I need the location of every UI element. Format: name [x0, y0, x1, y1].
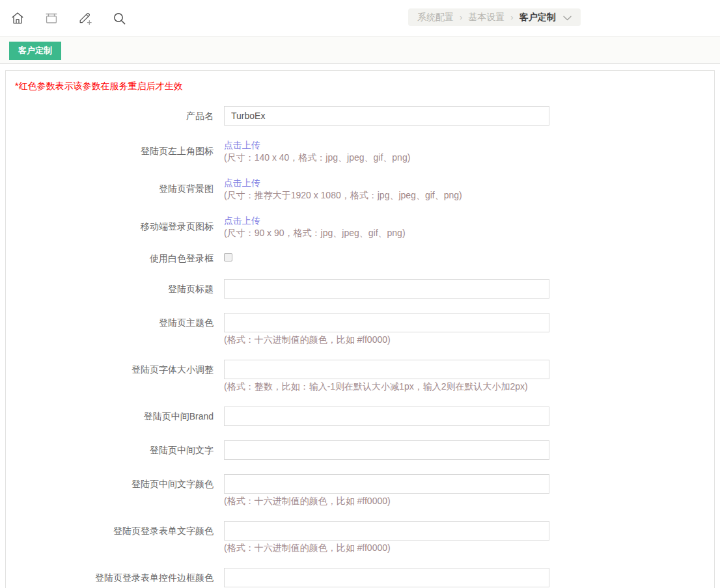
customization-form: 产品名 登陆页左上角图标 点击上传 (尺寸：140 x 40，格式：jpg、jp…	[10, 106, 714, 588]
form-row-login-form-text-color: 登陆页登录表单文字颜色 (格式：十六进制值的颜色，比如 #ff0000)	[10, 521, 714, 554]
home-icon[interactable]	[10, 10, 25, 26]
field-hint: (尺寸：90 x 90，格式：jpg、jpeg、gif、png)	[224, 228, 406, 239]
toolbar-icons	[10, 10, 127, 26]
field-label: 登陆页登录表单控件边框颜色	[10, 568, 224, 587]
field-hint: (尺寸：推荐大于1920 x 1080，格式：jpg、jpeg、gif、png)	[224, 190, 462, 201]
form-row-login-title: 登陆页标题	[10, 279, 714, 299]
field-label: 登陆页背景图	[10, 183, 224, 195]
breadcrumb-item-customer-customization[interactable]: 客户定制	[519, 12, 556, 23]
product-name-input[interactable]	[224, 106, 549, 126]
form-row-product-name: 产品名	[10, 106, 714, 126]
field-label: 使用白色登录框	[10, 253, 224, 265]
login-theme-color-input[interactable]	[224, 313, 549, 332]
compose-icon[interactable]	[77, 10, 93, 26]
window-icon[interactable]	[44, 10, 59, 26]
upload-link[interactable]: 点击上传	[224, 215, 406, 226]
field-label: 登陆页中间文字	[10, 440, 224, 460]
chevron-down-icon[interactable]	[563, 16, 572, 21]
login-form-text-color-input[interactable]	[224, 521, 549, 541]
search-icon[interactable]	[111, 10, 127, 26]
upload-link[interactable]: 点击上传	[224, 140, 410, 151]
restart-note: *红色参数表示该参数在服务重启后才生效	[15, 81, 714, 91]
form-row-login-center-brand: 登陆页中间Brand	[10, 407, 714, 426]
white-login-box-checkbox[interactable]	[224, 253, 232, 261]
login-center-text-color-input[interactable]	[224, 474, 549, 494]
breadcrumb-separator: ›	[510, 12, 513, 22]
topbar: 系统配置 › 基本设置 › 客户定制	[0, 0, 720, 37]
form-row-login-center-text: 登陆页中间文字	[10, 440, 714, 460]
form-row-white-login-box: 使用白色登录框	[10, 253, 714, 265]
field-label: 登陆页标题	[10, 279, 224, 299]
tab-customer-customization[interactable]: 客户定制	[9, 42, 61, 60]
field-hint: (格式：十六进制值的颜色，比如 #ff0000)	[224, 542, 549, 554]
field-label: 登陆页登录表单文字颜色	[10, 521, 224, 541]
field-hint: (格式：十六进制值的颜色，比如 #ff0000)	[224, 496, 549, 507]
field-label: 移动端登录页图标	[10, 221, 224, 233]
breadcrumb-separator: ›	[460, 12, 462, 22]
tab-strip: 客户定制	[0, 37, 720, 64]
field-label: 登陆页字体大小调整	[10, 360, 224, 379]
login-center-brand-input[interactable]	[224, 407, 549, 426]
login-center-text-input[interactable]	[224, 440, 549, 460]
form-row-login-theme-color: 登陆页主题色 (格式：十六进制值的颜色，比如 #ff0000)	[10, 313, 714, 345]
form-row-login-background: 登陆页背景图 点击上传 (尺寸：推荐大于1920 x 1080，格式：jpg、j…	[10, 178, 714, 201]
field-hint: (格式：十六进制值的颜色，比如 #ff0000)	[224, 334, 549, 345]
field-hint: (尺寸：140 x 40，格式：jpg、jpeg、gif、png)	[224, 152, 410, 163]
field-label: 产品名	[10, 106, 224, 126]
upload-link[interactable]: 点击上传	[224, 178, 462, 189]
field-label: 登陆页中间文字颜色	[10, 474, 224, 494]
field-hint: (格式：整数，比如：输入-1则在默认大小减1px，输入2则在默认大小加2px)	[224, 381, 549, 392]
breadcrumb[interactable]: 系统配置 › 基本设置 › 客户定制	[408, 8, 581, 26]
breadcrumb-item-system-config[interactable]: 系统配置	[417, 12, 454, 23]
form-row-login-center-text-color: 登陆页中间文字颜色 (格式：十六进制值的颜色，比如 #ff0000)	[10, 474, 714, 507]
field-label: 登陆页左上角图标	[10, 146, 224, 157]
form-row-mobile-login-icon: 移动端登录页图标 点击上传 (尺寸：90 x 90，格式：jpg、jpeg、gi…	[10, 215, 714, 239]
form-row-login-top-left-icon: 登陆页左上角图标 点击上传 (尺寸：140 x 40，格式：jpg、jpeg、g…	[10, 140, 714, 163]
login-title-input[interactable]	[224, 279, 549, 299]
field-label: 登陆页主题色	[10, 313, 224, 332]
form-row-login-font-size: 登陆页字体大小调整 (格式：整数，比如：输入-1则在默认大小减1px，输入2则在…	[10, 360, 714, 392]
field-label: 登陆页中间Brand	[10, 407, 224, 426]
form-row-login-form-control-border-color: 登陆页登录表单控件边框颜色 (格式：rgba(255, 255, 255, 0.…	[10, 568, 714, 588]
content-panel: *红色参数表示该参数在服务重启后才生效 产品名 登陆页左上角图标 点击上传 (尺…	[5, 70, 715, 588]
login-form-control-border-color-input[interactable]	[224, 568, 549, 587]
login-font-size-input[interactable]	[224, 360, 549, 379]
breadcrumb-item-basic-settings[interactable]: 基本设置	[468, 12, 505, 23]
